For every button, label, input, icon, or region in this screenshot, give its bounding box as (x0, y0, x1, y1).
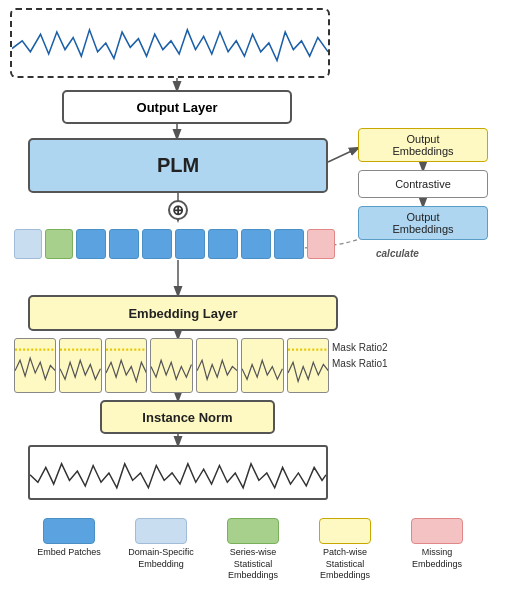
calculate-label: calculate (376, 248, 419, 259)
output-embeddings-top: OutputEmbeddings (358, 128, 488, 162)
token-blue-1 (76, 229, 106, 259)
diagram: Output Layer PLM ⊕ Embedding Layer (0, 0, 506, 590)
patch-7 (287, 338, 329, 393)
contrastive-label: Contrastive (395, 178, 451, 190)
token-row (14, 228, 354, 260)
legend-box-embed-patches (43, 518, 95, 544)
legend-label-domain-specific: Domain-SpecificEmbedding (128, 547, 194, 570)
right-panel: OutputEmbeddings Contrastive OutputEmbed… (358, 128, 488, 240)
token-blue-5 (208, 229, 238, 259)
patch-row (14, 338, 329, 393)
token-blue-2 (109, 229, 139, 259)
top-wave-box (10, 8, 330, 78)
legend-box-series-wise (227, 518, 279, 544)
token-blue-6 (241, 229, 271, 259)
legend-item-missing: MissingEmbeddings (396, 518, 478, 570)
token-domain-specific (14, 229, 42, 259)
legend-item-embed-patches: Embed Patches (28, 518, 110, 559)
mask-ratio1-label: Mask Ratio1 (332, 358, 388, 369)
mask-ratio2-label: Mask Ratio2 (332, 342, 388, 353)
legend-label-series-wise: Series-wiseStatisticalEmbeddings (228, 547, 278, 582)
token-missing (307, 229, 335, 259)
svg-line-8 (328, 148, 358, 162)
legend: Embed Patches Domain-SpecificEmbedding S… (0, 518, 506, 582)
token-blue-3 (142, 229, 172, 259)
token-blue-4 (175, 229, 205, 259)
patch-5 (196, 338, 238, 393)
patch-6 (241, 338, 283, 393)
embedding-layer-label: Embedding Layer (128, 306, 237, 321)
plm-box: PLM (28, 138, 328, 193)
patch-2 (59, 338, 101, 393)
legend-item-domain-specific: Domain-SpecificEmbedding (120, 518, 202, 570)
output-layer-label: Output Layer (137, 100, 218, 115)
token-series-wise (45, 229, 73, 259)
raw-series-box (28, 445, 328, 500)
plm-label: PLM (157, 154, 199, 177)
plus-icon: ⊕ (172, 202, 184, 218)
token-blue-7 (274, 229, 304, 259)
legend-box-missing (411, 518, 463, 544)
patch-4 (150, 338, 192, 393)
legend-item-patch-wise: Patch-wiseStatisticalEmbeddings (304, 518, 386, 582)
legend-label-patch-wise: Patch-wiseStatisticalEmbeddings (320, 547, 370, 582)
legend-box-patch-wise (319, 518, 371, 544)
legend-item-series-wise: Series-wiseStatisticalEmbeddings (212, 518, 294, 582)
patch-1 (14, 338, 56, 393)
instance-norm-label: Instance Norm (142, 410, 232, 425)
output-embeddings-bottom: OutputEmbeddings (358, 206, 488, 240)
plus-symbol: ⊕ (168, 200, 188, 220)
legend-box-domain-specific (135, 518, 187, 544)
output-layer-box: Output Layer (62, 90, 292, 124)
embedding-layer-box: Embedding Layer (28, 295, 338, 331)
contrastive-box: Contrastive (358, 170, 488, 198)
legend-label-embed-patches: Embed Patches (37, 547, 101, 559)
legend-label-missing: MissingEmbeddings (412, 547, 462, 570)
instance-norm-box: Instance Norm (100, 400, 275, 434)
patch-3 (105, 338, 147, 393)
